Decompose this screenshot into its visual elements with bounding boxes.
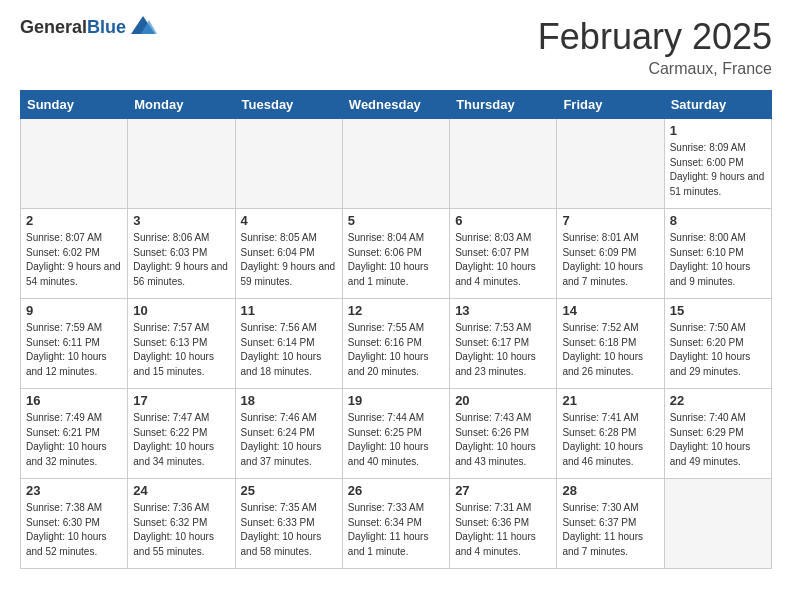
calendar-cell: 23Sunrise: 7:38 AM Sunset: 6:30 PM Dayli… (21, 479, 128, 569)
calendar-cell: 9Sunrise: 7:59 AM Sunset: 6:11 PM Daylig… (21, 299, 128, 389)
calendar-cell: 14Sunrise: 7:52 AM Sunset: 6:18 PM Dayli… (557, 299, 664, 389)
calendar-cell: 26Sunrise: 7:33 AM Sunset: 6:34 PM Dayli… (342, 479, 449, 569)
cell-info: Sunrise: 7:55 AM Sunset: 6:16 PM Dayligh… (348, 321, 444, 379)
day-number: 9 (26, 303, 122, 318)
logo: GeneralBlue (20, 16, 157, 40)
cell-info: Sunrise: 7:52 AM Sunset: 6:18 PM Dayligh… (562, 321, 658, 379)
calendar-table: SundayMondayTuesdayWednesdayThursdayFrid… (20, 90, 772, 569)
day-number: 27 (455, 483, 551, 498)
cell-info: Sunrise: 8:06 AM Sunset: 6:03 PM Dayligh… (133, 231, 229, 289)
day-number: 3 (133, 213, 229, 228)
cell-info: Sunrise: 7:43 AM Sunset: 6:26 PM Dayligh… (455, 411, 551, 469)
calendar-cell: 2Sunrise: 8:07 AM Sunset: 6:02 PM Daylig… (21, 209, 128, 299)
calendar-cell: 25Sunrise: 7:35 AM Sunset: 6:33 PM Dayli… (235, 479, 342, 569)
cell-info: Sunrise: 8:09 AM Sunset: 6:00 PM Dayligh… (670, 141, 766, 199)
page: GeneralBlue February 2025 Carmaux, Franc… (0, 0, 792, 585)
cell-info: Sunrise: 7:49 AM Sunset: 6:21 PM Dayligh… (26, 411, 122, 469)
day-number: 6 (455, 213, 551, 228)
calendar-cell (664, 479, 771, 569)
month-title: February 2025 (538, 16, 772, 58)
calendar-cell: 17Sunrise: 7:47 AM Sunset: 6:22 PM Dayli… (128, 389, 235, 479)
calendar-cell: 21Sunrise: 7:41 AM Sunset: 6:28 PM Dayli… (557, 389, 664, 479)
day-number: 24 (133, 483, 229, 498)
title-block: February 2025 Carmaux, France (538, 16, 772, 78)
logo-general: General (20, 17, 87, 37)
cell-info: Sunrise: 7:53 AM Sunset: 6:17 PM Dayligh… (455, 321, 551, 379)
cell-info: Sunrise: 7:41 AM Sunset: 6:28 PM Dayligh… (562, 411, 658, 469)
calendar-cell: 5Sunrise: 8:04 AM Sunset: 6:06 PM Daylig… (342, 209, 449, 299)
logo-icon (129, 12, 157, 40)
calendar-cell: 16Sunrise: 7:49 AM Sunset: 6:21 PM Dayli… (21, 389, 128, 479)
calendar-cell: 3Sunrise: 8:06 AM Sunset: 6:03 PM Daylig… (128, 209, 235, 299)
calendar-cell: 28Sunrise: 7:30 AM Sunset: 6:37 PM Dayli… (557, 479, 664, 569)
day-header-tuesday: Tuesday (235, 91, 342, 119)
logo-text: GeneralBlue (20, 18, 126, 38)
location: Carmaux, France (538, 60, 772, 78)
cell-info: Sunrise: 7:31 AM Sunset: 6:36 PM Dayligh… (455, 501, 551, 559)
day-number: 15 (670, 303, 766, 318)
day-number: 22 (670, 393, 766, 408)
cell-info: Sunrise: 8:00 AM Sunset: 6:10 PM Dayligh… (670, 231, 766, 289)
day-number: 19 (348, 393, 444, 408)
calendar-cell: 18Sunrise: 7:46 AM Sunset: 6:24 PM Dayli… (235, 389, 342, 479)
cell-info: Sunrise: 7:47 AM Sunset: 6:22 PM Dayligh… (133, 411, 229, 469)
day-number: 26 (348, 483, 444, 498)
calendar-cell (128, 119, 235, 209)
calendar-cell: 12Sunrise: 7:55 AM Sunset: 6:16 PM Dayli… (342, 299, 449, 389)
day-number: 4 (241, 213, 337, 228)
day-number: 28 (562, 483, 658, 498)
cell-info: Sunrise: 7:59 AM Sunset: 6:11 PM Dayligh… (26, 321, 122, 379)
calendar-cell: 19Sunrise: 7:44 AM Sunset: 6:25 PM Dayli… (342, 389, 449, 479)
day-number: 14 (562, 303, 658, 318)
cell-info: Sunrise: 7:44 AM Sunset: 6:25 PM Dayligh… (348, 411, 444, 469)
header: GeneralBlue February 2025 Carmaux, Franc… (20, 16, 772, 78)
calendar-cell: 1Sunrise: 8:09 AM Sunset: 6:00 PM Daylig… (664, 119, 771, 209)
day-number: 23 (26, 483, 122, 498)
day-number: 10 (133, 303, 229, 318)
cell-info: Sunrise: 8:05 AM Sunset: 6:04 PM Dayligh… (241, 231, 337, 289)
calendar-cell: 22Sunrise: 7:40 AM Sunset: 6:29 PM Dayli… (664, 389, 771, 479)
calendar-cell: 7Sunrise: 8:01 AM Sunset: 6:09 PM Daylig… (557, 209, 664, 299)
calendar-cell: 24Sunrise: 7:36 AM Sunset: 6:32 PM Dayli… (128, 479, 235, 569)
cell-info: Sunrise: 7:40 AM Sunset: 6:29 PM Dayligh… (670, 411, 766, 469)
cell-info: Sunrise: 7:50 AM Sunset: 6:20 PM Dayligh… (670, 321, 766, 379)
day-header-monday: Monday (128, 91, 235, 119)
cell-info: Sunrise: 8:07 AM Sunset: 6:02 PM Dayligh… (26, 231, 122, 289)
calendar-week-3: 16Sunrise: 7:49 AM Sunset: 6:21 PM Dayli… (21, 389, 772, 479)
calendar-cell: 15Sunrise: 7:50 AM Sunset: 6:20 PM Dayli… (664, 299, 771, 389)
cell-info: Sunrise: 8:04 AM Sunset: 6:06 PM Dayligh… (348, 231, 444, 289)
cell-info: Sunrise: 8:03 AM Sunset: 6:07 PM Dayligh… (455, 231, 551, 289)
calendar-cell (342, 119, 449, 209)
calendar-week-2: 9Sunrise: 7:59 AM Sunset: 6:11 PM Daylig… (21, 299, 772, 389)
day-number: 8 (670, 213, 766, 228)
logo-blue: Blue (87, 17, 126, 37)
calendar-cell: 27Sunrise: 7:31 AM Sunset: 6:36 PM Dayli… (450, 479, 557, 569)
calendar-cell: 20Sunrise: 7:43 AM Sunset: 6:26 PM Dayli… (450, 389, 557, 479)
calendar-cell: 4Sunrise: 8:05 AM Sunset: 6:04 PM Daylig… (235, 209, 342, 299)
day-number: 7 (562, 213, 658, 228)
calendar-week-0: 1Sunrise: 8:09 AM Sunset: 6:00 PM Daylig… (21, 119, 772, 209)
day-number: 11 (241, 303, 337, 318)
calendar-cell: 11Sunrise: 7:56 AM Sunset: 6:14 PM Dayli… (235, 299, 342, 389)
cell-info: Sunrise: 8:01 AM Sunset: 6:09 PM Dayligh… (562, 231, 658, 289)
day-number: 17 (133, 393, 229, 408)
calendar-week-1: 2Sunrise: 8:07 AM Sunset: 6:02 PM Daylig… (21, 209, 772, 299)
cell-info: Sunrise: 7:35 AM Sunset: 6:33 PM Dayligh… (241, 501, 337, 559)
cell-info: Sunrise: 7:38 AM Sunset: 6:30 PM Dayligh… (26, 501, 122, 559)
calendar-cell (450, 119, 557, 209)
day-number: 16 (26, 393, 122, 408)
calendar-cell: 8Sunrise: 8:00 AM Sunset: 6:10 PM Daylig… (664, 209, 771, 299)
cell-info: Sunrise: 7:56 AM Sunset: 6:14 PM Dayligh… (241, 321, 337, 379)
cell-info: Sunrise: 7:33 AM Sunset: 6:34 PM Dayligh… (348, 501, 444, 559)
day-header-wednesday: Wednesday (342, 91, 449, 119)
day-header-saturday: Saturday (664, 91, 771, 119)
calendar-cell: 6Sunrise: 8:03 AM Sunset: 6:07 PM Daylig… (450, 209, 557, 299)
calendar-cell (21, 119, 128, 209)
calendar-cell: 13Sunrise: 7:53 AM Sunset: 6:17 PM Dayli… (450, 299, 557, 389)
day-number: 18 (241, 393, 337, 408)
cell-info: Sunrise: 7:30 AM Sunset: 6:37 PM Dayligh… (562, 501, 658, 559)
calendar-header-row: SundayMondayTuesdayWednesdayThursdayFrid… (21, 91, 772, 119)
calendar-cell: 10Sunrise: 7:57 AM Sunset: 6:13 PM Dayli… (128, 299, 235, 389)
day-number: 5 (348, 213, 444, 228)
calendar-cell (235, 119, 342, 209)
